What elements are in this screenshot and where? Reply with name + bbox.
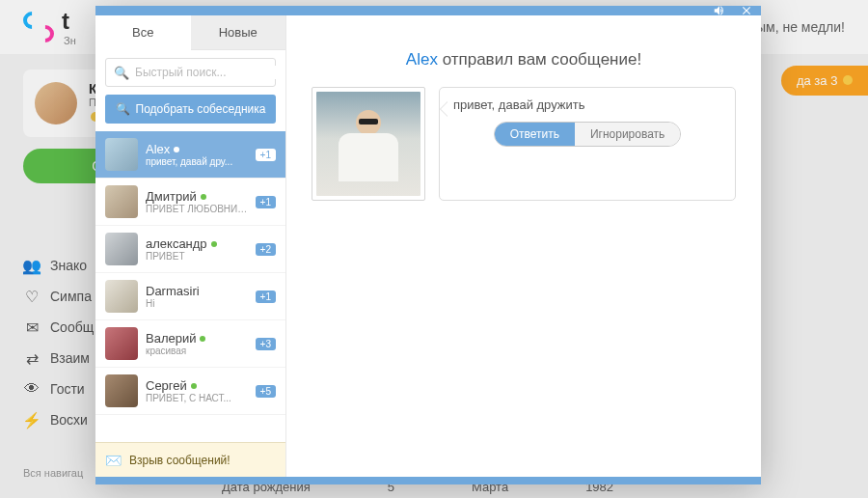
chat-preview: Hi: [146, 298, 248, 309]
unread-badge: +1: [256, 149, 276, 161]
search-icon: 🔍: [114, 66, 129, 80]
chat-list[interactable]: Alex привет, давай дру...+1Дмитрий Приве…: [95, 131, 285, 442]
header-suffix: отправил вам сообщение!: [443, 50, 642, 69]
message-bubble: привет, давай дружить Ответить Игнориров…: [439, 87, 736, 201]
chat-name: Alex: [146, 142, 248, 156]
tab-new[interactable]: Новые: [191, 15, 286, 50]
reply-button[interactable]: Ответить: [495, 123, 575, 146]
chat-avatar: [105, 138, 138, 171]
chat-preview: Привет: [146, 251, 248, 262]
message-header: Alex отправил вам сообщение!: [406, 50, 641, 69]
unread-badge: +5: [256, 385, 276, 398]
chat-item[interactable]: Дмитрий Привет любовник ...+1: [95, 179, 285, 226]
chat-avatar: [105, 280, 138, 313]
sidebar-footer[interactable]: ✉️ Взрыв сообщений!: [95, 442, 285, 477]
sender-name: Alex: [406, 50, 438, 69]
chat-item[interactable]: Alex привет, давай дру...+1: [95, 131, 285, 179]
envelope-icon: ✉️: [105, 453, 122, 468]
online-dot: [200, 336, 205, 342]
sender-avatar[interactable]: [312, 87, 425, 201]
chat-item[interactable]: александр Привет+2: [95, 226, 285, 273]
chat-name: Сергей: [146, 378, 248, 393]
unread-badge: +2: [256, 243, 276, 256]
chat-name: александр: [146, 236, 248, 251]
search-icon: 🔍: [116, 102, 130, 116]
ignore-button[interactable]: Игнорировать: [575, 123, 680, 146]
messages-modal: Все Новые 🔍 🔍 Подобрать собеседника Alex…: [95, 6, 761, 484]
search-input[interactable]: [135, 66, 280, 79]
chat-preview: Привет любовник ...: [146, 204, 248, 214]
modal-bottombar: [95, 477, 761, 484]
chat-preview: красивая: [146, 346, 248, 356]
chat-item[interactable]: Сергей ПРИВЕТ, С НАСТ...+5: [95, 368, 285, 415]
chat-sidebar: Все Новые 🔍 🔍 Подобрать собеседника Alex…: [95, 15, 286, 477]
match-button[interactable]: 🔍 Подобрать собеседника: [105, 95, 276, 124]
chat-avatar: [105, 374, 138, 407]
chat-item[interactable]: DarmasiriHi+1: [95, 273, 285, 320]
chat-avatar: [105, 185, 138, 218]
chat-item[interactable]: Валерий красивая+3: [95, 320, 285, 368]
online-dot: [211, 241, 217, 247]
chat-preview: привет, давай дру...: [146, 156, 248, 167]
chat-name: Валерий: [146, 331, 248, 346]
message-main: Alex отправил вам сообщение! привет, дав…: [286, 15, 761, 477]
chat-name: Darmasiri: [146, 284, 248, 298]
sidebar-tabs: Все Новые: [95, 15, 285, 50]
online-dot: [201, 194, 206, 200]
online-dot: [174, 147, 179, 152]
chat-avatar: [105, 327, 138, 360]
chat-name: Дмитрий: [146, 189, 248, 204]
unread-badge: +1: [256, 290, 276, 303]
chat-preview: ПРИВЕТ, С НАСТ...: [146, 393, 248, 403]
online-dot: [191, 383, 197, 389]
modal-titlebar: [95, 6, 761, 15]
unread-badge: +1: [256, 196, 276, 208]
search-box[interactable]: 🔍: [105, 58, 276, 87]
message-text: привет, давай дружить: [453, 97, 721, 112]
action-pill: Ответить Игнорировать: [494, 122, 682, 147]
unread-badge: +3: [256, 338, 276, 350]
chat-avatar: [105, 233, 138, 265]
tab-all[interactable]: Все: [95, 15, 191, 50]
